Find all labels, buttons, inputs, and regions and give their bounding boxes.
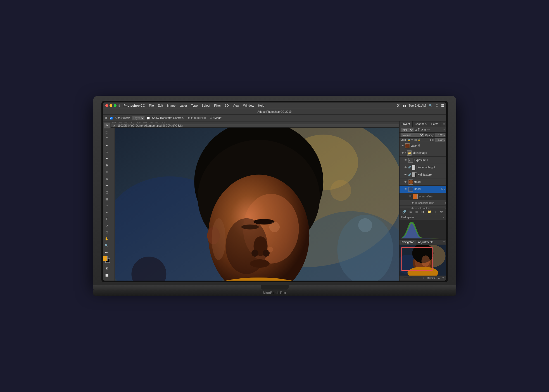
menu-select[interactable]: Select <box>202 104 210 107</box>
menu-image[interactable]: Image <box>167 104 176 107</box>
path-select-tool[interactable]: ↗ <box>104 223 110 229</box>
pen-tool[interactable]: ✒ <box>104 209 110 215</box>
zoom-tool[interactable]: 🔍 <box>104 243 110 248</box>
align-center-v-icon[interactable]: ⊡ <box>200 116 203 119</box>
auto-select-checkbox[interactable] <box>110 117 113 119</box>
menu-view[interactable]: View <box>233 104 239 107</box>
visibility-layer0[interactable]: 👁 <box>401 144 404 147</box>
layer-item-main-image[interactable]: 👁 ▾ 📁 Main image <box>400 149 446 157</box>
visibility-gaussian-blur[interactable]: 👁 <box>411 201 414 204</box>
canvas-area[interactable]: 70.02% Doc: 34.9M/34.9M ▶ <box>115 128 399 281</box>
layer-item-exposure1[interactable]: 👁 ⊙ Exposure 1 <box>400 157 446 164</box>
expand-main-image[interactable]: ▾ <box>405 152 406 154</box>
visibility-smart-filters[interactable]: 👁 <box>408 195 412 198</box>
layer-ctrl-adjustment[interactable]: ◑ <box>421 210 424 214</box>
transform-checkbox[interactable] <box>147 117 150 119</box>
eyedropper-tool[interactable]: ✒ <box>104 156 110 162</box>
layer-item-face-highlight[interactable]: 👁 🔗 Face highlight <box>400 164 446 171</box>
filter-toggle[interactable]: ○ <box>443 128 445 131</box>
visibility-head2[interactable]: 👁 <box>404 188 407 191</box>
menu-edit[interactable]: Edit <box>158 104 163 107</box>
tab-adjustments[interactable]: Adjustments <box>416 240 436 245</box>
layer-ctrl-delete[interactable]: 🗑 <box>440 210 443 214</box>
apple-menu[interactable]:  <box>119 104 120 107</box>
opacity-input[interactable] <box>435 133 445 137</box>
crop-tool[interactable]: ⊹ <box>104 149 110 155</box>
move-tool[interactable]: ✥ <box>104 123 110 128</box>
align-bottom-icon[interactable]: ⊞ <box>203 116 206 119</box>
tab-paths[interactable]: Paths <box>429 121 441 127</box>
filter-icon1[interactable]: ⊡ <box>415 128 417 131</box>
filter-icon5[interactable]: ⋯ <box>427 128 430 131</box>
document-tab[interactable]: 190325_NYC_Derek-Afternoon.psd @ 70% (RG… <box>118 124 183 127</box>
navigator-options[interactable]: ≡ <box>442 240 446 245</box>
brush-tool[interactable]: ✏ <box>104 169 110 175</box>
text-tool[interactable]: T <box>104 216 110 222</box>
align-top-icon[interactable]: ⊞ <box>197 116 199 119</box>
tab-close-icon[interactable]: ✕ <box>113 125 115 127</box>
lasso-tool[interactable]: ⌒ <box>104 136 110 142</box>
zoom-slider[interactable] <box>404 278 421 278</box>
filter-options-gaussian[interactable]: ≡ <box>445 202 446 204</box>
more-tools[interactable]: ••• <box>104 249 110 255</box>
tab-channels[interactable]: Channels <box>413 121 429 127</box>
menu-filter[interactable]: Filter <box>214 104 221 107</box>
zoom-out-icon[interactable]: − <box>401 277 403 280</box>
layer-item-smart-filters[interactable]: 👁 Smart Filters <box>400 193 446 200</box>
menu-file[interactable]: File <box>149 104 154 107</box>
quick-mask-toggle[interactable]: ◩ <box>104 265 110 271</box>
expand-head2-icon[interactable]: ▾ <box>444 188 445 191</box>
lock-all-icon[interactable]: 🔒 <box>418 138 421 141</box>
layer-ctrl-add[interactable]: + <box>435 210 437 214</box>
healing-tool[interactable]: ⊕ <box>104 162 110 168</box>
history-brush-tool[interactable]: ↩ <box>104 183 110 188</box>
fill-input[interactable] <box>435 138 445 142</box>
menu-icon[interactable]: ☰ <box>441 104 444 107</box>
lock-pixel-icon[interactable]: ◫ <box>414 138 417 141</box>
close-button[interactable] <box>105 104 108 107</box>
shape-tool[interactable]: □ <box>104 230 110 235</box>
fullscreen-button[interactable] <box>114 104 117 107</box>
visibility-head1[interactable]: 👁 <box>404 180 407 183</box>
lock-brush-icon[interactable]: ✏ <box>411 138 413 141</box>
minimize-button[interactable] <box>110 104 112 107</box>
align-center-h-icon[interactable]: ⊡ <box>191 116 193 119</box>
tab-layers[interactable]: Layers <box>400 121 413 127</box>
filter-icon4[interactable]: ◉ <box>424 128 426 131</box>
tab-navigator[interactable]: Navigator <box>400 240 416 245</box>
auto-select-dropdown[interactable]: Layer <box>132 116 145 120</box>
magic-wand-tool[interactable]: ✦ <box>104 143 110 149</box>
zoom-up-icon[interactable]: ▲ <box>438 277 440 279</box>
histogram-options[interactable]: ≡ <box>443 216 445 219</box>
layer-item-layer0[interactable]: 👁 Layer 0 <box>400 142 446 149</box>
layer-item-head1[interactable]: 👁 Head <box>400 178 446 186</box>
filter-icon2[interactable]: T <box>418 128 419 131</box>
blend-mode-dropdown[interactable]: Normal <box>401 133 424 137</box>
layer-item-head2[interactable]: 👁 Head ⊙ ▾ <box>400 186 446 193</box>
layer-filter-dropdown[interactable]: Kind <box>401 128 414 132</box>
layer-item-gaussian-blur[interactable]: 👁 ⊙ Gaussian Blur ≡ <box>400 200 446 206</box>
user-icon[interactable]: ☉ <box>436 104 438 107</box>
align-left-icon[interactable]: ⊞ <box>188 116 190 119</box>
artboard-tool[interactable]: ⬚ <box>104 129 110 135</box>
dodge-tool[interactable]: ○ <box>104 203 110 209</box>
zoom-in-icon[interactable]: + <box>423 277 425 280</box>
menu-type[interactable]: Type <box>191 104 198 107</box>
hand-tool[interactable]: ✋ <box>104 236 110 242</box>
layer-ctrl-fx[interactable]: fx <box>410 210 412 213</box>
panel-options-icon[interactable]: ≡ <box>442 123 446 126</box>
menu-help[interactable]: Help <box>258 104 264 107</box>
eraser-tool[interactable]: ◻ <box>104 189 110 195</box>
lock-position-icon[interactable]: 🔒 <box>407 138 410 141</box>
layer-ctrl-group[interactable]: 📁 <box>427 210 431 214</box>
menu-layer[interactable]: Layer <box>179 104 187 107</box>
visibility-exposure1[interactable]: 👁 <box>404 159 407 162</box>
screen-mode-toggle[interactable]: ⬜ <box>104 272 110 278</box>
align-right-icon[interactable]: ⊞ <box>194 116 196 119</box>
zoom-down-icon[interactable]: ▼ <box>442 277 445 279</box>
stamp-tool[interactable]: ⊚ <box>104 176 110 182</box>
filter-icon3[interactable]: ⚙ <box>420 128 423 131</box>
layer-ctrl-mask[interactable]: ◫ <box>415 210 418 214</box>
menu-window[interactable]: Window <box>243 104 254 107</box>
layer-ctrl-link[interactable]: 🔗 <box>402 210 406 214</box>
